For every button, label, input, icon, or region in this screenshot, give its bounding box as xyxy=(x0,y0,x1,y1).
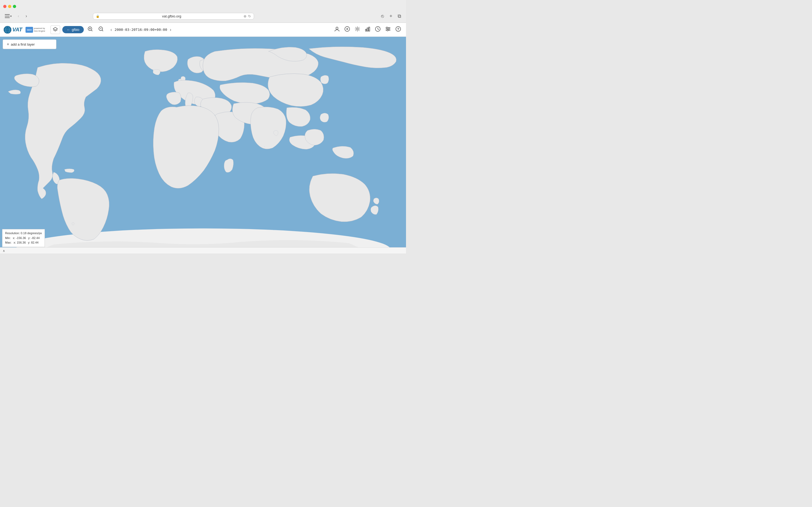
gfbio-arrow-icon: ← xyxy=(66,27,70,32)
clock-icon xyxy=(375,26,381,32)
svg-point-33 xyxy=(388,29,390,30)
svg-marker-10 xyxy=(53,27,57,30)
help-icon: ? xyxy=(395,26,401,32)
svg-text:?: ? xyxy=(397,27,399,31)
time-next-button[interactable]: › xyxy=(169,26,172,33)
world-map xyxy=(0,37,406,253)
bottom-bar: ∧ xyxy=(0,247,406,253)
app-container: VAT GEO powered by Geo Engine xyxy=(0,23,406,253)
back-button[interactable]: ‹ xyxy=(15,13,21,19)
svg-rect-25 xyxy=(369,27,370,31)
tab-manager-button[interactable]: ⧉ xyxy=(396,12,403,20)
maximize-window-button[interactable] xyxy=(13,5,16,8)
app-toolbar: VAT GEO powered by Geo Engine xyxy=(0,23,406,37)
svg-rect-24 xyxy=(367,28,368,31)
address-bar[interactable]: 🔒 vat.gfbio.org ⊕ ↻ xyxy=(93,13,254,19)
time-prev-button[interactable]: ‹ xyxy=(110,26,113,33)
layers-button[interactable] xyxy=(50,25,60,34)
user-icon xyxy=(334,26,340,32)
reload-icon[interactable]: ↻ xyxy=(248,14,251,18)
svg-rect-2 xyxy=(5,17,10,18)
share-button[interactable]: ⎋ xyxy=(379,12,386,20)
collapse-panel-button[interactable]: ∧ xyxy=(3,249,5,253)
geo-engine-text: powered by Geo Engine xyxy=(34,27,45,32)
new-tab-button[interactable]: + xyxy=(388,12,394,20)
vat-logo: VAT xyxy=(3,25,22,34)
max-x-value: x: 156.36 xyxy=(14,240,26,245)
chart-icon xyxy=(365,26,370,32)
min-coords-row: Min: x: -156.36 y: -82.44 xyxy=(5,236,42,241)
max-label: Max: xyxy=(5,240,11,245)
tab-bar xyxy=(0,0,406,11)
max-y-value: y: 82.44 xyxy=(28,240,38,245)
layers-icon xyxy=(53,27,58,32)
minimize-window-button[interactable] xyxy=(8,5,11,8)
time-config-button[interactable] xyxy=(373,24,383,35)
add-icon xyxy=(344,26,350,32)
forward-button[interactable]: › xyxy=(23,13,29,19)
svg-rect-23 xyxy=(365,29,366,31)
time-navigation: ‹ 2000-03-20T16:09:00+00:00 › xyxy=(110,26,172,33)
zoom-out-button[interactable] xyxy=(97,25,105,35)
geo-engine-logo: GEO powered by Geo Engine xyxy=(26,27,45,33)
resolution-value: 0.18 degrees/px xyxy=(21,231,42,235)
add-data-button[interactable] xyxy=(343,24,352,35)
address-bar-icons: ⊕ ↻ xyxy=(244,14,251,18)
svg-line-14 xyxy=(91,30,92,32)
layer-panel: + add a first layer xyxy=(0,37,59,52)
geo-engine-icon: GEO xyxy=(26,27,33,33)
svg-line-17 xyxy=(102,30,103,32)
url-display: vat.gfbio.org xyxy=(101,14,242,18)
operators-button[interactable] xyxy=(353,24,362,35)
app-logo: VAT GEO powered by Geo Engine xyxy=(3,25,45,34)
svg-point-34 xyxy=(387,30,388,31)
lock-icon: 🔒 xyxy=(96,14,100,18)
app-toolbar-right: ? xyxy=(333,24,403,35)
gfbio-button[interactable]: ← gfbio xyxy=(62,26,84,33)
map-container[interactable]: + add a first layer Resolution: 0.18 deg… xyxy=(0,37,406,253)
min-label: Min: xyxy=(5,236,11,241)
svg-point-18 xyxy=(336,27,338,29)
time-display: 2000-03-20T16:09:00+00:00 xyxy=(115,27,167,32)
min-y-value: y: -82.44 xyxy=(28,236,40,241)
svg-point-32 xyxy=(387,27,388,29)
window-controls xyxy=(3,5,16,8)
sidebar-toggle-button[interactable]: ▾ xyxy=(3,13,13,19)
browser-toolbar-actions: ⎋ + ⧉ xyxy=(379,12,403,20)
max-coords-row: Max: x: 156.36 y: 82.44 xyxy=(5,240,42,245)
map-info-overlay: Resolution: 0.18 degrees/px Min: x: -156… xyxy=(2,229,45,247)
vat-text: VAT xyxy=(12,26,22,33)
zoom-out-icon xyxy=(98,26,104,32)
svg-rect-0 xyxy=(5,14,10,15)
settings-button[interactable] xyxy=(384,24,393,35)
svg-point-22 xyxy=(357,28,358,30)
user-profile-button[interactable] xyxy=(333,24,342,35)
resolution-info: Resolution: 0.18 degrees/px xyxy=(5,231,42,236)
sidebar-chevron-icon: ▾ xyxy=(10,14,12,18)
zoom-in-button[interactable] xyxy=(86,25,95,35)
gfbio-label: gfbio xyxy=(72,27,79,32)
help-button[interactable]: ? xyxy=(394,24,403,35)
svg-rect-1 xyxy=(5,16,10,16)
plots-button[interactable] xyxy=(363,24,372,35)
reader-mode-icon[interactable]: ⊕ xyxy=(244,14,247,18)
add-layer-label: add a first layer xyxy=(11,42,35,46)
min-x-value: x: -156.36 xyxy=(13,236,26,241)
zoom-in-icon xyxy=(88,26,93,32)
svg-line-28 xyxy=(378,29,379,30)
svg-text:GEO: GEO xyxy=(27,29,32,31)
browser-chrome: ▾ ‹ › 🔒 vat.gfbio.org ⊕ ↻ ⎋ + ⧉ xyxy=(0,0,406,23)
add-layer-plus-icon: + xyxy=(7,42,9,47)
resolution-label: Resolution: xyxy=(5,231,20,235)
gear-icon xyxy=(354,26,360,32)
add-first-layer-button[interactable]: + add a first layer xyxy=(3,40,56,49)
browser-toolbar: ▾ ‹ › 🔒 vat.gfbio.org ⊕ ↻ ⎋ + ⧉ xyxy=(0,11,406,22)
close-window-button[interactable] xyxy=(3,5,6,8)
globe-icon xyxy=(3,25,12,34)
settings-icon xyxy=(385,26,391,32)
